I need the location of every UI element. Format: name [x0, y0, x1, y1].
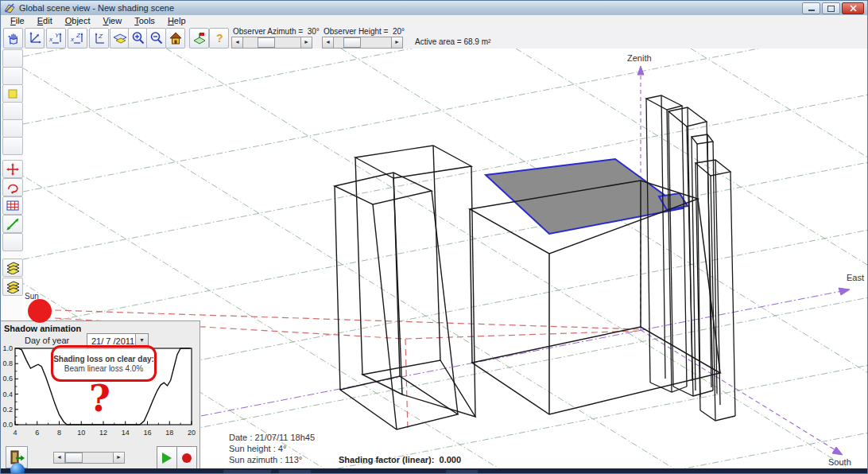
svg-text:0.8: 0.8 — [2, 359, 13, 367]
move-icon — [6, 163, 19, 176]
home-view-icon — [169, 31, 183, 45]
main-toolbar: x Y x Z Z — [1, 25, 867, 49]
yellow-zone-icon — [8, 89, 17, 99]
shadow-animation-panel: Shadow animation Day of year 21/ 7 /2011… — [1, 321, 200, 469]
home-view-button[interactable] — [165, 28, 185, 49]
building-left-tower-back[interactable] — [355, 146, 475, 417]
taskbar-item[interactable] — [279, 470, 311, 474]
rotate-object-button[interactable] — [2, 178, 23, 196]
azimuth-decrease-arrow[interactable]: ◄ — [232, 37, 243, 48]
svg-text:Z: Z — [98, 33, 103, 40]
svg-text:0.2: 0.2 — [2, 406, 13, 414]
menu-view[interactable]: View — [97, 16, 129, 25]
title-bar[interactable]: Global scene view - New shading scene — [1, 1, 867, 15]
scene-tool-button[interactable] — [189, 28, 209, 49]
svg-text:x: x — [70, 36, 75, 43]
close-icon — [850, 5, 857, 12]
restore-button[interactable] — [822, 2, 840, 14]
taskbar-item[interactable] — [446, 470, 478, 474]
side-tool-empty-6[interactable] — [2, 233, 23, 251]
restore-icon — [827, 6, 835, 12]
minimize-icon — [808, 10, 815, 11]
application-window: Global scene view - New shading scene Fi… — [0, 0, 868, 474]
grid-tool-button[interactable] — [2, 196, 23, 215]
status-sun-height: Sun height : 4° — [229, 444, 286, 453]
observer-azimuth-slider[interactable]: ◄ ► — [231, 37, 312, 49]
taskbar-strip — [1, 468, 867, 474]
svg-text:6: 6 — [35, 429, 39, 437]
side-tool-empty-4[interactable] — [2, 119, 23, 138]
play-animation-button[interactable] — [157, 446, 177, 469]
time-forward-arrow[interactable]: ► — [113, 453, 124, 463]
svg-text:0.0: 0.0 — [2, 421, 13, 429]
side-tool-empty-3[interactable] — [2, 102, 23, 120]
close-button[interactable] — [842, 2, 864, 14]
shading-planes-button[interactable] — [110, 28, 130, 49]
window-title: Global scene view - New shading scene — [19, 3, 174, 13]
side-tool-empty-2[interactable] — [2, 67, 23, 85]
view-z-icon: Z — [91, 31, 107, 45]
time-slider[interactable]: ◄ ► — [53, 452, 123, 463]
move-object-button[interactable] — [2, 160, 23, 178]
record-icon — [182, 453, 192, 463]
shading-planes-icon — [112, 31, 128, 45]
measure-tool-button[interactable] — [2, 215, 23, 233]
height-slider-thumb[interactable] — [343, 37, 361, 48]
side-tool-zone-button[interactable] — [2, 84, 23, 103]
question-annotation: ? — [89, 377, 110, 420]
rotate-view-button[interactable] — [25, 28, 45, 49]
annotation-line1: Shading loss on clear day: — [53, 355, 154, 363]
pan-hand-icon — [6, 31, 21, 45]
view-xy-button[interactable]: x Y — [46, 28, 66, 49]
zoom-in-button[interactable] — [128, 28, 148, 49]
shadow-panel-title: Shadow animation — [4, 324, 81, 333]
svg-text:Z: Z — [76, 32, 81, 39]
svg-text:1.0: 1.0 — [2, 345, 13, 352]
menu-tools[interactable]: Tools — [128, 16, 161, 25]
zoom-out-button[interactable] — [146, 28, 166, 49]
layers-top-button[interactable] — [2, 258, 23, 277]
svg-text:x: x — [48, 36, 53, 43]
menu-edit[interactable]: Edit — [31, 16, 59, 25]
status-sun-azimuth: Sun azimuth : 113° — [229, 455, 302, 464]
layers-bottom-button[interactable] — [2, 278, 23, 296]
minimize-button[interactable] — [802, 2, 820, 14]
azimuth-slider-thumb[interactable] — [258, 37, 275, 48]
observer-height-value: 20° — [393, 27, 405, 36]
annotation-line2: Beam linear loss 4.0% — [64, 364, 144, 373]
pan-tool-button[interactable] — [3, 28, 23, 49]
side-tool-empty-5[interactable] — [2, 137, 23, 155]
svg-text:0.4: 0.4 — [2, 390, 13, 398]
height-increase-arrow[interactable]: ► — [391, 37, 402, 48]
observer-height-slider[interactable]: ◄ ► — [322, 37, 403, 49]
svg-text:18: 18 — [165, 429, 173, 437]
menu-help[interactable]: Help — [161, 16, 192, 25]
view-z-button[interactable]: Z — [89, 28, 109, 49]
svg-text:14: 14 — [122, 429, 130, 437]
taskbar-item[interactable] — [223, 470, 271, 474]
view-xz-button[interactable]: x Z — [68, 28, 87, 49]
day-of-year-label: Day of year — [25, 336, 69, 345]
svg-text:?: ? — [216, 32, 223, 45]
side-tool-empty-1[interactable] — [2, 49, 23, 68]
start-orb-icon[interactable] — [10, 463, 25, 474]
building-thin-tower-2[interactable] — [668, 107, 713, 396]
menu-object[interactable]: Object — [59, 16, 97, 25]
rotate-icon — [6, 181, 19, 194]
help-button[interactable]: ? — [209, 28, 229, 49]
menu-file[interactable]: File — [4, 16, 31, 25]
sun-position-dot — [28, 299, 52, 323]
time-slider-thumb[interactable] — [65, 453, 83, 463]
rotate-view-icon — [28, 31, 42, 45]
record-animation-button[interactable] — [176, 446, 197, 469]
layers-stack-icon — [6, 281, 20, 293]
svg-text:20: 20 — [188, 429, 196, 437]
observer-azimuth-label: Observer Azimuth = 30° — [233, 27, 320, 36]
height-decrease-arrow[interactable]: ◄ — [323, 37, 334, 48]
help-icon: ? — [212, 31, 227, 45]
svg-text:0.6: 0.6 — [2, 375, 13, 383]
east-axis-label: East — [847, 273, 864, 282]
time-back-arrow[interactable]: ◄ — [54, 453, 65, 463]
pv-panel[interactable] — [486, 159, 688, 234]
azimuth-increase-arrow[interactable]: ► — [300, 37, 312, 48]
